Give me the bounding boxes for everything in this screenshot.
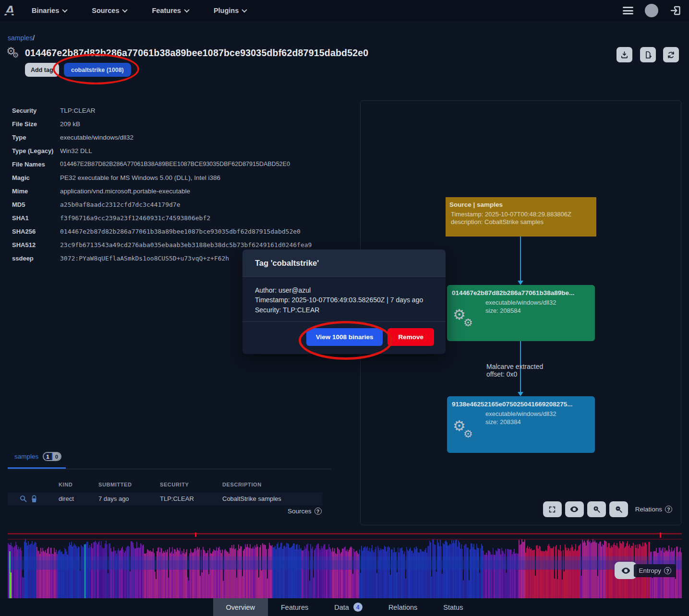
tag-timestamp: Timestamp: 2025-10-07T06:49:03.582650Z |… — [255, 295, 433, 305]
graph-edge — [520, 237, 521, 281]
tab-samples[interactable]: samples 1 0 — [14, 452, 61, 461]
menu-features[interactable]: Features — [152, 7, 188, 14]
tag-popup-title: Tag 'cobaltstrike' — [255, 259, 319, 268]
zoom-out-button[interactable] — [609, 501, 628, 517]
chevron-down-icon — [242, 7, 247, 12]
tab-features[interactable]: Features — [268, 598, 321, 616]
source-table-row: direct 7 days ago TLP:CLEAR CobaltStrike… — [8, 493, 322, 505]
column-header-kind: KIND — [59, 482, 73, 487]
column-header-security: SECURITY — [160, 482, 189, 487]
column-header-description: DESCRIPTION — [222, 482, 262, 487]
tag-author: Author: user@azul — [255, 285, 433, 295]
extracted-node-type: executable/windows/dll32 — [447, 409, 595, 417]
logout-icon[interactable] — [670, 5, 681, 16]
tab-samples-label: samples — [14, 453, 38, 460]
attribute-table: SecurityTLP:CLEAR File Size209 kB Typeex… — [12, 104, 334, 265]
toggle-visibility-button[interactable] — [565, 501, 584, 517]
tag-cobaltstrike[interactable]: cobaltstrike (1008) — [64, 63, 131, 77]
chevron-down-icon — [62, 7, 68, 12]
breadcrumb-separator: / — [33, 34, 35, 42]
graph-edge-arrowhead — [518, 392, 523, 396]
refresh-button[interactable] — [663, 47, 679, 62]
chevron-down-icon — [184, 7, 189, 12]
attribute-row: Typeexecutable/windows/dll32 — [12, 130, 334, 144]
fullscreen-icon — [548, 506, 556, 513]
lock-icon[interactable] — [31, 495, 37, 503]
attribute-row: File Names014467E2B87D82B286A77061B38A89… — [12, 157, 334, 171]
remove-tag-button[interactable]: Remove — [387, 328, 434, 346]
search-source-icon[interactable] — [19, 495, 27, 503]
menu-sources[interactable]: Sources — [92, 7, 127, 14]
samples-count-badge: 1 0 — [43, 452, 61, 461]
source-node-timestamp: Timestamp: 2025-10-07T00:48:29.883806Z — [446, 210, 596, 218]
eye-icon — [570, 506, 579, 513]
tag-popup: Tag 'cobaltstrike' Author: user@azul Tim… — [242, 249, 446, 354]
file-plus-icon — [644, 51, 652, 59]
hamburger-menu-icon[interactable] — [623, 7, 633, 14]
binary-gears-icon: ⚙ ⚙ — [6, 46, 24, 61]
menu-binaries[interactable]: Binaries — [32, 7, 67, 14]
attribute-row: SecurityTLP:CLEAR — [12, 104, 334, 117]
graph-node-extracted[interactable]: 9138e46252165e075025041669208275... exec… — [447, 396, 595, 453]
tag-popup-header: Tag 'cobaltstrike' — [242, 249, 446, 277]
attribute-row: File Size209 kB — [12, 117, 334, 130]
source-node-title: Source | samples — [446, 197, 596, 210]
chevron-down-icon — [122, 7, 128, 12]
app-logo[interactable]: A — [0, 0, 19, 21]
help-icon[interactable]: ? — [664, 567, 671, 574]
graph-node-binary[interactable]: 014467e2b87d82b286a77061b38a89be... exec… — [447, 285, 595, 341]
tab-data[interactable]: Data 4 — [321, 598, 375, 616]
extracted-node-title: 9138e46252165e075025041669208275... — [447, 396, 595, 409]
attribute-row: Mimeapplication/vnd.microsoft.portable-e… — [12, 184, 334, 198]
cell-description: CobaltStrike samples — [222, 495, 281, 502]
data-count-badge: 4 — [353, 603, 363, 612]
help-icon[interactable]: ? — [314, 508, 322, 515]
entropy-visualization[interactable]: Entropy ? — [8, 532, 682, 602]
view-binaries-button[interactable]: View 1008 binaries — [306, 328, 383, 346]
tab-status[interactable]: Status — [430, 598, 476, 616]
graph-edge-label: Malcarve extracted offset: 0x0 — [486, 363, 543, 378]
download-icon — [620, 51, 629, 59]
tab-overview[interactable]: Overview — [213, 598, 268, 616]
menu-binaries-label: Binaries — [32, 7, 59, 14]
bottom-tab-bar: Overview Features Data 4 Relations Statu… — [0, 598, 689, 616]
help-icon[interactable]: ? — [665, 506, 672, 513]
source-node-description: description: CobaltStrike samples — [446, 218, 596, 225]
attribute-row: Type (Legacy)Win32 DLL — [12, 144, 334, 157]
zoom-in-button[interactable] — [587, 501, 606, 517]
page-title: 014467e2b87d82b286a77061b38a89bee1087bce… — [25, 47, 368, 59]
relations-label: Relations ? — [635, 506, 672, 513]
tag-security: Security: TLP:CLEAR — [255, 305, 433, 315]
graph-node-source[interactable]: Source | samples Timestamp: 2025-10-07T0… — [446, 197, 596, 237]
fullscreen-button[interactable] — [543, 501, 562, 517]
add-tag-button[interactable]: Add tag — [25, 63, 59, 77]
breadcrumb-source-link[interactable]: samples — [8, 34, 33, 42]
tag-popup-footer: View 1008 binaries Remove — [242, 321, 446, 354]
tab-relations[interactable]: Relations — [375, 598, 430, 616]
attribute-row: MagicPE32 executable for MS Windows 5.00… — [12, 171, 334, 184]
menu-plugins[interactable]: Plugins — [214, 7, 246, 14]
zoom-in-icon — [592, 505, 601, 513]
attribute-row: SHA256014467e2b87d82b286a77061b38a89bee1… — [12, 225, 334, 238]
download-button[interactable] — [616, 47, 632, 62]
avatar[interactable] — [645, 4, 658, 17]
cell-submitted: 7 days ago — [98, 495, 129, 502]
breadcrumb: samples/ — [8, 34, 35, 42]
add-file-button[interactable] — [640, 47, 656, 62]
entropy-label: Entropy ? — [634, 564, 676, 577]
sources-label: Sources ? — [288, 508, 322, 515]
eye-icon — [621, 567, 630, 574]
tab-divider — [8, 469, 331, 469]
menu-sources-label: Sources — [92, 7, 119, 14]
attribute-row: MD5a25b0af8aadc2312cfd7dc3c44179d7e — [12, 198, 334, 211]
cell-kind: direct — [59, 495, 74, 502]
column-header-submitted: SUBMITTED — [98, 482, 132, 487]
graph-edge-arrowhead — [518, 281, 523, 285]
entropy-visibility-button[interactable] — [615, 562, 637, 579]
menu-features-label: Features — [152, 7, 181, 14]
menu-plugins-label: Plugins — [214, 7, 239, 14]
attribute-row: SHA1f3f96716a9cc239a23f12460931c74593806… — [12, 211, 334, 225]
zoom-out-icon — [615, 505, 623, 513]
top-navbar: A Binaries Sources Features Plugins — [0, 0, 689, 21]
binary-node-title: 014467e2b87d82b286a77061b38a89be... — [447, 285, 595, 298]
